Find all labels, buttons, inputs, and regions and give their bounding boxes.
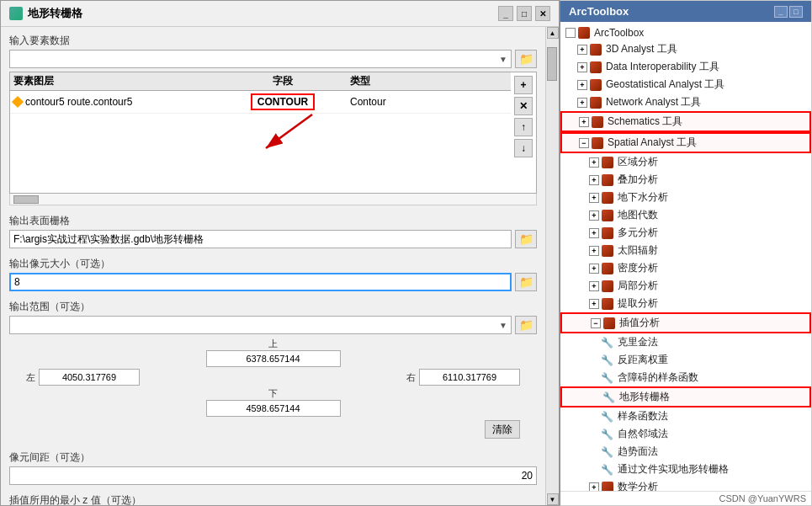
expand-icon-extract-analysis[interactable]: + — [589, 299, 599, 309]
tree-label-groundwater: 地下水分析 — [618, 190, 668, 205]
dialog-panel: 地形转栅格 _ □ ✕ 输入要素数据 ▼ 📁 — [0, 0, 560, 506]
tree-item-spline-barrier[interactable]: 🔧含障碍的样条函数 — [560, 369, 811, 386]
tree-item-interpolation[interactable]: −插值分析 — [560, 312, 811, 333]
tree-item-raster-code[interactable]: +地图代数 — [560, 206, 811, 224]
folder-icon-data-interop — [590, 61, 602, 73]
move-down-button[interactable]: ↓ — [514, 139, 533, 157]
tree-label-topo-to-raster: 地形转栅格 — [619, 390, 670, 404]
output-raster-input[interactable] — [9, 230, 512, 248]
move-up-button[interactable]: ↑ — [514, 118, 533, 136]
coord-grid: 上 左 右 — [9, 334, 537, 442]
expand-icon-geostatistical[interactable]: + — [577, 80, 587, 90]
tree-item-natural-neighbor[interactable]: 🔧自然邻域法 — [560, 425, 811, 443]
tree-label-solar-radiation: 太阳辐射 — [618, 243, 658, 258]
tree-item-groundwater[interactable]: +地下水分析 — [560, 189, 811, 206]
expand-icon-solar-radiation[interactable]: + — [589, 246, 599, 256]
tree-item-idw[interactable]: 🔧反距离权重 — [560, 351, 811, 369]
tree-item-data-interop[interactable]: +Data Interoperability 工具 — [560, 58, 811, 76]
left-coord-input[interactable] — [39, 369, 140, 386]
left-label: 左 — [26, 371, 35, 384]
input-features-section: 输入要素数据 ▼ 📁 要素图层 字段 — [9, 34, 537, 205]
expand-icon-groundwater[interactable]: + — [589, 193, 599, 203]
tree-label-regional-analysis: 区域分析 — [618, 155, 658, 169]
tree-item-regional-analysis[interactable]: +区域分析 — [560, 153, 811, 171]
dialog-title: 地形转栅格 — [28, 6, 82, 21]
tree-label-interpolation: 插值分析 — [619, 316, 660, 330]
tree-item-density[interactable]: +密度分析 — [560, 259, 811, 277]
tree-item-topo-to-raster-file[interactable]: 🔧通过文件实现地形转栅格 — [560, 461, 811, 478]
cell-size-input[interactable] — [9, 273, 512, 291]
toolbox-minimize-button[interactable]: _ — [774, 6, 788, 18]
expand-icon-arctoolbox-root[interactable] — [565, 28, 576, 38]
scroll-down-button[interactable]: ▼ — [547, 493, 559, 505]
tree-item-local-analysis[interactable]: +局部分析 — [560, 277, 811, 295]
tree-item-arctoolbox-root[interactable]: ArcToolbox — [560, 25, 811, 40]
expand-icon-raster-code[interactable]: + — [589, 210, 599, 221]
expand-icon-interpolation[interactable]: − — [591, 318, 601, 328]
folder-icon-multivariate — [602, 227, 613, 239]
cell-size-row: 📁 — [9, 273, 537, 291]
dialog-vscrollbar[interactable]: ▲ ▼ — [545, 27, 559, 505]
feature-diamond-icon — [12, 96, 24, 108]
input-features-browse-button[interactable]: 📁 — [515, 50, 537, 68]
tree-item-schematics[interactable]: +Schematics 工具 — [560, 111, 811, 132]
table-row[interactable]: contour5 route.contour5 CONTOUR Contour — [10, 91, 511, 114]
expand-icon-math-analysis[interactable]: + — [589, 482, 599, 492]
expand-icon-overlay-analysis[interactable]: + — [589, 175, 599, 185]
tree-label-arctoolbox-root: ArcToolbox — [594, 27, 644, 39]
extent-browse-button[interactable]: 📁 — [515, 316, 537, 334]
table-hscrollbar[interactable] — [9, 194, 537, 205]
tree-item-3d-analyst[interactable]: +3D Analyst 工具 — [560, 40, 811, 58]
remove-row-button[interactable]: ✕ — [514, 97, 533, 115]
tree-item-trend[interactable]: 🔧趋势面法 — [560, 443, 811, 461]
expand-icon-schematics[interactable]: + — [579, 117, 589, 127]
expand-icon-local-analysis[interactable]: + — [589, 281, 599, 291]
toolbox-restore-button[interactable]: □ — [789, 6, 803, 18]
input-features-dropdown[interactable]: ▼ — [9, 50, 512, 68]
tree-label-data-interop: Data Interoperability 工具 — [606, 60, 719, 74]
expand-icon-density[interactable]: + — [589, 264, 599, 274]
top-coord-input[interactable] — [206, 350, 341, 367]
scroll-up-button[interactable]: ▲ — [547, 27, 559, 39]
expand-icon-regional-analysis[interactable]: + — [589, 157, 599, 168]
expand-icon-network-analyst[interactable]: + — [577, 98, 587, 108]
tree-item-geostatistical[interactable]: +Geostatistical Analyst 工具 — [560, 76, 811, 93]
bottom-coord-input[interactable] — [206, 400, 341, 417]
right-label: 右 — [406, 371, 416, 384]
cell-size-browse-button[interactable]: 📁 — [515, 273, 537, 291]
dialog-outer: 输入要素数据 ▼ 📁 要素图层 字段 — [1, 27, 559, 505]
tree-item-network-analyst[interactable]: +Network Analyst 工具 — [560, 93, 811, 111]
tree-item-overlay-analysis[interactable]: +叠加分析 — [560, 171, 811, 189]
pixel-distance-input[interactable] — [9, 466, 537, 485]
tree-item-multivariate[interactable]: +多元分析 — [560, 224, 811, 242]
tree-item-extract-analysis[interactable]: +提取分析 — [560, 295, 811, 312]
expand-icon-3d-analyst[interactable]: + — [577, 45, 587, 55]
add-row-button[interactable]: + — [514, 76, 533, 94]
field-value: CONTOUR — [251, 93, 315, 110]
output-raster-browse-button[interactable]: 📁 — [515, 230, 537, 248]
col-header-feature: 要素图层 — [13, 74, 215, 88]
tree-item-kriging[interactable]: 🔧克里金法 — [560, 333, 811, 351]
tree-label-topo-to-raster-file: 通过文件实现地形转栅格 — [618, 462, 729, 477]
minimize-button[interactable]: _ — [498, 6, 513, 21]
tree-item-solar-radiation[interactable]: +太阳辐射 — [560, 242, 811, 259]
extent-dropdown[interactable]: ▼ — [9, 316, 512, 334]
tree-label-multivariate: 多元分析 — [618, 226, 658, 240]
type-cell: Contour — [350, 96, 507, 108]
tree-item-spatial-analyst[interactable]: −Spatial Analyst 工具 — [560, 132, 811, 153]
folder-icon-interpolation — [603, 317, 615, 329]
close-button[interactable]: ✕ — [535, 6, 550, 21]
dialog-scroll-area[interactable]: 输入要素数据 ▼ 📁 要素图层 字段 — [1, 27, 545, 505]
feature-cell: contour5 route.contour5 — [13, 96, 215, 108]
tree-item-math-analysis[interactable]: +数学分析 — [560, 478, 811, 491]
expand-icon-data-interop[interactable]: + — [577, 62, 587, 72]
expand-icon-multivariate[interactable]: + — [589, 228, 599, 238]
right-coord-input[interactable] — [419, 369, 520, 386]
tool-icon-natural-neighbor: 🔧 — [601, 429, 613, 440]
clear-coords-button[interactable]: 清除 — [485, 420, 520, 439]
expand-icon-spatial-analyst[interactable]: − — [579, 138, 589, 148]
scroll-track — [546, 39, 559, 493]
tree-item-spline[interactable]: 🔧样条函数法 — [560, 407, 811, 425]
restore-button[interactable]: □ — [517, 6, 532, 21]
tree-item-topo-to-raster[interactable]: 🔧地形转栅格 — [560, 386, 811, 407]
